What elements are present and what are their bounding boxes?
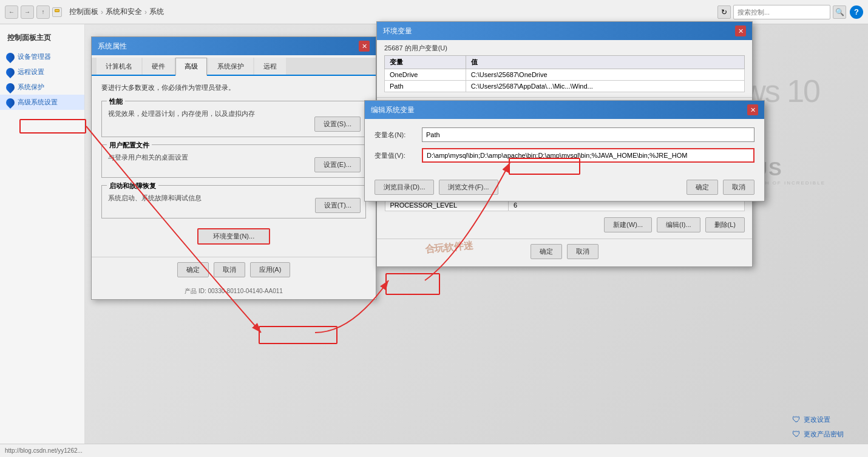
shield-icon-3 <box>4 81 16 93</box>
tab-advanced[interactable]: 高级 <box>175 58 207 76</box>
breadcrumb: 控制面板 › 系统和安全 › 系统 <box>69 7 713 17</box>
user-var-name-1: OneDrive <box>385 69 466 81</box>
env-ok-button[interactable]: 确定 <box>531 244 562 259</box>
product-id: 产品 ID: 00330-80110-04140-AA011 <box>92 285 376 299</box>
shield-icon-product: 🛡 <box>792 429 801 439</box>
sidebar-label-remote-settings: 远程设置 <box>18 67 44 76</box>
editvar-body: 变量名(N): 变量值(V): <box>365 119 764 177</box>
var-value-label: 变量值(V): <box>375 151 417 160</box>
tab-hardware[interactable]: 硬件 <box>143 58 174 75</box>
sysprops-close-button[interactable]: ✕ <box>359 41 370 52</box>
performance-settings-button[interactable]: 设置(S)... <box>314 117 361 132</box>
sidebar-item-device-manager[interactable]: 设备管理器 <box>0 49 84 64</box>
sidebar-item-advanced-settings[interactable]: 高级系统设置 <box>0 95 84 110</box>
up-button[interactable]: ↑ <box>36 5 50 19</box>
editvar-cancel-button[interactable]: 取消 <box>723 180 754 195</box>
change-product-key-link[interactable]: 🛡 更改产品密钥 <box>792 429 844 439</box>
system-properties-dialog: 系统属性 ✕ 计算机名 硬件 高级 系统保护 远程 要进行大多数更改，你必须作为… <box>91 36 376 300</box>
search-input[interactable] <box>733 5 830 19</box>
url-text: http://blog.csdn.net/yy1262... <box>5 447 83 454</box>
change-product-key-label: 更改产品密钥 <box>804 430 844 439</box>
performance-label: 性能 <box>107 97 125 106</box>
sysprops-title-text: 系统属性 <box>98 41 127 52</box>
shield-icon-1 <box>4 51 16 63</box>
browse-dir-button[interactable]: 浏览目录(D)... <box>375 180 434 195</box>
user-vars-table: 变量 值 OneDrive C:\Users\25687\OneDrive Pa… <box>384 55 745 92</box>
edit-sys-var-button[interactable]: 编辑(I)... <box>657 217 700 232</box>
user-var-name-2: Path <box>385 81 466 92</box>
shield-icon-change: 🛡 <box>792 415 801 424</box>
bottom-links: 🛡 更改设置 🛡 更改产品密钥 <box>792 415 844 439</box>
user-profile-label: 用户配置文件 <box>107 141 152 150</box>
user-var-value-2: C:\Users\25687\AppData\...\Mic...\Wind..… <box>466 81 744 92</box>
browse-file-button[interactable]: 浏览文件(F)... <box>439 180 498 195</box>
change-settings-link[interactable]: 🛡 更改设置 <box>792 415 844 424</box>
user-variables-section: 25687 的用户变量(U) 变量 值 OneDrive C:\Users\25… <box>377 40 752 95</box>
refresh-button[interactable]: ↻ <box>717 5 731 19</box>
tab-remote[interactable]: 远程 <box>254 58 286 75</box>
env-title-text: 环境变量 <box>383 26 412 36</box>
forward-button[interactable]: → <box>21 5 34 19</box>
edit-system-variable-dialog: 编辑系统变量 ✕ 变量名(N): 变量值(V): 浏览目录(D)... 浏览文件… <box>364 100 765 201</box>
var-value-row: 变量值(V): <box>375 148 754 163</box>
performance-section: 性能 视觉效果，处理器计划，内存使用，以及虚拟内存 设置(S)... <box>101 101 366 137</box>
startup-label: 启动和故障恢复 <box>107 181 158 191</box>
sidebar-header[interactable]: 控制面板主页 <box>0 29 84 49</box>
editvar-ok-button[interactable]: 确定 <box>687 180 718 195</box>
url-bar: http://blog.csdn.net/yy1262... <box>0 444 868 457</box>
sidebar-item-system-protection[interactable]: 系统保护 <box>0 80 84 95</box>
help-button[interactable]: ? <box>850 5 863 19</box>
var-name-input[interactable] <box>422 127 754 142</box>
back-button[interactable]: ← <box>5 5 18 19</box>
sidebar-label-device-manager: 设备管理器 <box>18 52 51 61</box>
startup-section: 启动和故障恢复 系统启动、系统故障和调试信息 设置(T)... <box>101 185 366 218</box>
shield-icon-2 <box>4 66 16 78</box>
sysprops-apply-button[interactable]: 应用(A) <box>250 262 291 277</box>
control-panel-sidebar: 控制面板主页 设备管理器 远程设置 系统保护 高级系统设置 <box>0 24 85 457</box>
sidebar-item-remote-settings[interactable]: 远程设置 <box>0 64 84 80</box>
user-vars-table-container: 变量 值 OneDrive C:\Users\25687\OneDrive Pa… <box>384 55 745 92</box>
change-settings-label: 更改设置 <box>804 415 830 424</box>
env-title-bar: 环境变量 ✕ <box>377 22 752 40</box>
editvar-title-bar: 编辑系统变量 ✕ <box>365 101 764 119</box>
table-row[interactable]: Path C:\Users\25687\AppData\...\Mic...\W… <box>385 81 745 92</box>
env-cancel-button[interactable]: 取消 <box>567 244 598 259</box>
new-sys-var-button[interactable]: 新建(W)... <box>604 217 652 232</box>
search-button[interactable]: 🔍 <box>833 5 846 19</box>
sidebar-label-advanced-settings: 高级系统设置 <box>18 98 58 107</box>
breadcrumb-item-2[interactable]: 系统和安全 <box>106 7 142 17</box>
sysprops-cancel-button[interactable]: 取消 <box>214 262 245 277</box>
user-profile-settings-button[interactable]: 设置(E)... <box>314 157 361 172</box>
tab-system-protection[interactable]: 系统保护 <box>208 58 253 75</box>
sysprops-footer: 确定 取消 应用(A) <box>92 257 376 285</box>
shield-icon-4 <box>4 96 16 109</box>
breadcrumb-item-1[interactable]: 控制面板 <box>69 7 98 17</box>
editvar-title-text: 编辑系统变量 <box>371 105 415 115</box>
editvar-buttons: 浏览目录(D)... 浏览文件(F)... 确定 取消 <box>365 177 764 201</box>
startup-settings-button[interactable]: 设置(T)... <box>315 198 361 213</box>
breadcrumb-item-3[interactable]: 系统 <box>149 7 164 17</box>
user-vars-col-name: 变量 <box>385 56 466 69</box>
sysprops-tabs: 计算机名 硬件 高级 系统保护 远程 <box>92 58 376 76</box>
user-vars-col-value: 值 <box>466 56 744 69</box>
top-navigation-bar: ← → ↑ 控制面板 › 系统和安全 › 系统 ↻ 🔍 ? <box>0 0 868 24</box>
tab-computer-name[interactable]: 计算机名 <box>97 58 141 75</box>
sysprops-ok-button[interactable]: 确定 <box>177 262 209 277</box>
env-footer: 确定 取消 <box>377 239 752 266</box>
sysprops-title-bar: 系统属性 ✕ <box>92 37 376 55</box>
var-value-input[interactable] <box>422 148 754 163</box>
env-close-button[interactable]: ✕ <box>735 25 746 36</box>
sidebar-label-system-protection: 系统保护 <box>18 83 44 92</box>
user-var-value-1: C:\Users\25687\OneDrive <box>466 69 744 81</box>
sysprops-body: 要进行大多数更改，你必须作为管理员登录。 性能 视觉效果，处理器计划，内存使用，… <box>92 76 376 254</box>
user-vars-title: 25687 的用户变量(U) <box>384 44 745 53</box>
user-profile-section: 用户配置文件 与登录用户相关的桌面设置 设置(E)... <box>101 144 366 178</box>
var-name-label: 变量名(N): <box>375 130 417 140</box>
delete-sys-var-button[interactable]: 删除(L) <box>705 217 745 232</box>
folder-icon <box>52 7 62 17</box>
editvar-close-button[interactable]: ✕ <box>747 104 758 115</box>
table-row[interactable]: OneDrive C:\Users\25687\OneDrive <box>385 69 745 81</box>
admin-warning: 要进行大多数更改，你必须作为管理员登录。 <box>101 83 366 92</box>
env-variables-button[interactable]: 环境变量(N)... <box>197 228 270 245</box>
sys-vars-buttons: 新建(W)... 编辑(I)... 删除(L) <box>377 214 752 236</box>
